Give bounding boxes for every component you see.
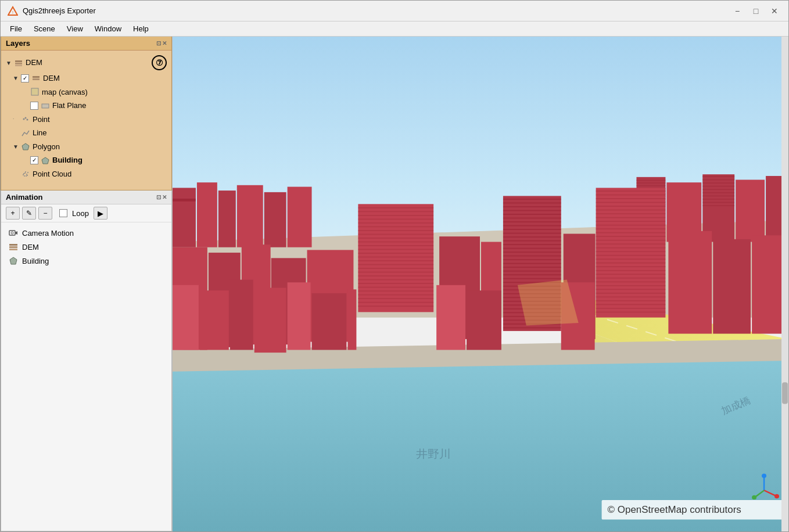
- tree-checkbox-flat[interactable]: [30, 102, 38, 110]
- svg-rect-86: [358, 260, 433, 261]
- svg-rect-152: [596, 251, 666, 252]
- svg-rect-53: [636, 185, 665, 186]
- add-animation-button[interactable]: +: [6, 207, 20, 220]
- svg-rect-151: [596, 247, 666, 249]
- delete-animation-button[interactable]: −: [38, 207, 52, 220]
- svg-rect-116: [503, 259, 561, 260]
- anim-item-camera-motion[interactable]: Camera Motion: [6, 226, 167, 240]
- anim-panel-controls: ⊡ ✕: [156, 194, 167, 200]
- main-content: Layers ⊡ ✕ ▼ DEM ⑦: [1, 37, 788, 531]
- svg-rect-144: [596, 221, 666, 222]
- tree-item-map-canvas[interactable]: ▶ map (canvas): [3, 85, 169, 99]
- svg-rect-109: [503, 233, 561, 234]
- tree-arrow-dem-root: ▼: [6, 59, 14, 67]
- svg-marker-29: [10, 257, 17, 264]
- tree-checkbox-building[interactable]: ✓: [30, 156, 38, 164]
- main-window: ! Qgis2threejs Exporter − □ ✕ File Scene…: [0, 0, 789, 532]
- tree-item-building[interactable]: ▶ ✓ Building: [3, 153, 169, 167]
- play-button[interactable]: ▶: [94, 207, 107, 220]
- svg-point-196: [752, 495, 756, 499]
- svg-rect-158: [596, 274, 666, 275]
- svg-rect-156: [596, 266, 666, 267]
- maximize-button[interactable]: □: [749, 4, 763, 18]
- close-button[interactable]: ✕: [768, 4, 781, 18]
- svg-rect-40: [173, 199, 196, 202]
- animation-toolbar: + ✎ − Loop ▶: [1, 204, 171, 222]
- tree-label-point: Point: [33, 114, 50, 125]
- tree-spacer-point: ·: [13, 116, 21, 123]
- anim-ctrl2[interactable]: ✕: [162, 194, 167, 200]
- svg-rect-107: [503, 225, 561, 227]
- svg-rect-64: [702, 186, 734, 187]
- edit-animation-button[interactable]: ✎: [22, 207, 36, 220]
- layers-panel-header: Layers ⊡ ✕: [1, 37, 171, 51]
- menu-view[interactable]: View: [62, 23, 88, 34]
- svg-rect-77: [358, 226, 433, 227]
- svg-rect-65: [702, 189, 734, 190]
- tree-label-line: Line: [33, 127, 47, 139]
- stack-icon-dem: [14, 58, 23, 67]
- tree-item-line[interactable]: ▶ Line: [3, 126, 169, 140]
- svg-rect-121: [503, 278, 561, 279]
- svg-rect-199: [781, 37, 788, 531]
- flat-plane-icon: [41, 101, 50, 110]
- tree-label-flat-plane: Flat Plane: [52, 100, 87, 112]
- svg-rect-78: [358, 230, 433, 231]
- svg-point-18: [27, 172, 28, 173]
- svg-rect-69: [702, 202, 734, 203]
- svg-text:!: !: [12, 10, 13, 15]
- menu-file[interactable]: File: [5, 23, 27, 34]
- menu-scene[interactable]: Scene: [29, 23, 60, 34]
- svg-marker-12: [22, 143, 29, 150]
- svg-rect-157: [596, 270, 666, 271]
- menu-window[interactable]: Window: [90, 23, 126, 34]
- animation-list: Camera Motion DEM: [1, 222, 171, 531]
- svg-rect-150: [596, 243, 666, 245]
- svg-rect-115: [503, 256, 561, 257]
- svg-rect-103: [503, 210, 561, 211]
- svg-rect-74: [358, 215, 433, 216]
- anim-item-dem[interactable]: DEM: [6, 240, 167, 254]
- svg-rect-153: [596, 255, 666, 256]
- 3d-viewport[interactable]: 井野川 加成橋: [173, 37, 788, 531]
- svg-rect-100: [503, 199, 561, 200]
- tree-item-polygon[interactable]: ▼ Polygon: [3, 140, 169, 154]
- anim-item-building[interactable]: Building: [6, 254, 167, 268]
- svg-rect-84: [358, 253, 433, 254]
- menu-help[interactable]: Help: [128, 23, 153, 34]
- svg-rect-142: [596, 213, 666, 214]
- svg-rect-91: [358, 279, 433, 281]
- anim-ctrl1[interactable]: ⊡: [156, 194, 161, 200]
- layers-panel-ctrl1[interactable]: ⊡: [156, 40, 161, 46]
- svg-rect-181: [200, 290, 229, 350]
- svg-rect-83: [358, 249, 433, 250]
- title-controls: − □ ✕: [730, 4, 781, 18]
- tree-item-dem-root[interactable]: ▼ DEM ⑦: [3, 54, 169, 71]
- loop-checkbox[interactable]: [59, 209, 67, 217]
- minimize-button[interactable]: −: [730, 4, 744, 18]
- svg-rect-164: [596, 296, 666, 297]
- tree-item-dem[interactable]: ▼ ✓ DEM: [3, 71, 169, 85]
- layers-panel-controls: ⊡ ✕: [156, 40, 167, 46]
- svg-rect-185: [312, 293, 347, 350]
- svg-rect-163: [596, 293, 666, 294]
- layers-panel-ctrl2[interactable]: ✕: [162, 40, 167, 46]
- svg-rect-141: [596, 210, 666, 211]
- svg-rect-82: [358, 245, 433, 246]
- title-bar-left: ! Qgis2threejs Exporter: [8, 6, 96, 16]
- svg-rect-102: [503, 206, 561, 207]
- tree-item-point-cloud[interactable]: ▶ Point Cloud: [3, 167, 169, 181]
- svg-rect-81: [358, 242, 433, 243]
- svg-rect-178: [713, 239, 751, 334]
- svg-rect-147: [596, 232, 666, 233]
- svg-rect-44: [264, 192, 286, 247]
- svg-rect-106: [503, 221, 561, 222]
- tree-item-flat-plane[interactable]: ▶ Flat Plane: [3, 99, 169, 113]
- svg-rect-134: [503, 327, 561, 328]
- svg-rect-114: [503, 251, 561, 253]
- tree-item-point[interactable]: · Point: [3, 113, 169, 127]
- svg-rect-108: [503, 229, 561, 230]
- svg-rect-97: [358, 302, 433, 303]
- tree-checkbox-dem[interactable]: ✓: [21, 74, 29, 82]
- svg-rect-23: [9, 231, 15, 235]
